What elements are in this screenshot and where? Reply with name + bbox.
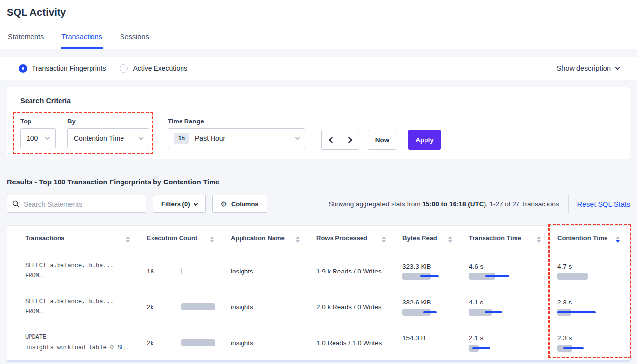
- execution-count-cell: 2k: [140, 303, 224, 311]
- page-title: SQL Activity: [7, 7, 637, 18]
- time-range-select[interactable]: 1h Past Hour: [168, 128, 305, 148]
- show-description-label: Show description: [557, 64, 611, 72]
- rows-processed-cell: 1.9 k Reads / 0 Writes: [309, 268, 395, 275]
- execution-count-cell: 2k: [140, 339, 224, 347]
- apply-button[interactable]: Apply: [408, 130, 441, 150]
- search-input[interactable]: [24, 200, 141, 208]
- search-box[interactable]: [7, 195, 146, 213]
- sort-icon[interactable]: [448, 236, 452, 243]
- transaction-time-cell: 2.1 s: [462, 334, 550, 352]
- radio-unselected-icon: [120, 64, 128, 73]
- contention-time-stddev-line: [563, 347, 584, 349]
- top-value: 100: [27, 134, 38, 142]
- radio-label: Active Executions: [133, 64, 187, 72]
- time-prev-button[interactable]: [321, 130, 340, 150]
- header-execution-count: Execution Count: [140, 234, 224, 244]
- top-label: Top: [20, 118, 56, 125]
- execution-count-bar: [181, 303, 215, 310]
- filters-label: Filters (0): [161, 200, 190, 208]
- bytes-read-cell: 323.3 KiB: [395, 263, 462, 280]
- transaction-time-stddev-line: [472, 347, 490, 349]
- execution-count-bar: [181, 268, 182, 274]
- show-description-toggle[interactable]: Show description: [557, 64, 619, 72]
- sort-icon[interactable]: [296, 236, 300, 243]
- time-range-group: Time Range 1h Past Hour: [168, 118, 305, 150]
- sql-activity-page: SQL Activity Statements Transactions Ses…: [0, 0, 637, 364]
- results-toolbar: Filters (0) ⚙ Columns Showing aggregated…: [7, 195, 630, 213]
- radio-transaction-fingerprints[interactable]: Transaction Fingerprints: [19, 64, 106, 73]
- time-range-badge: 1h: [174, 133, 189, 144]
- contention-time-cell: 2.3 s: [550, 299, 630, 316]
- time-nav-group: [321, 130, 359, 150]
- tab-transactions[interactable]: Transactions: [61, 33, 103, 49]
- radio-active-executions[interactable]: Active Executions: [120, 64, 187, 73]
- reset-sql-stats-link[interactable]: Reset SQL Stats: [577, 200, 630, 208]
- tab-sessions[interactable]: Sessions: [119, 33, 150, 49]
- tab-bar: Statements Transactions Sessions: [7, 33, 150, 49]
- columns-button[interactable]: ⚙ Columns: [212, 195, 267, 213]
- contention-time-cell: 4.7 s: [550, 263, 630, 280]
- transaction-time-cell: 4.1 s: [462, 299, 550, 316]
- vertical-divider: [568, 195, 569, 213]
- execution-count-cell: 18: [140, 268, 224, 275]
- transaction-fingerprint-link[interactable]: SELECT a.balance, b.ba... FROM…: [7, 297, 140, 317]
- page-header: SQL Activity Statements Transactions Ses…: [0, 0, 637, 49]
- bytes-read-cell: 154.3 B: [395, 334, 462, 352]
- chevron-down-icon: [295, 135, 300, 140]
- stats-summary: Showing aggregated stats from 15:00 to 1…: [329, 200, 559, 208]
- time-range-label: Time Range: [168, 118, 305, 125]
- header-contention-time: Contention Time: [550, 234, 630, 244]
- sort-icon[interactable]: [210, 236, 214, 243]
- stats-time-range: 15:00 to 16:18 (UTC): [422, 200, 486, 208]
- time-range-value: Past Hour: [195, 134, 225, 142]
- sort-icon-active-desc[interactable]: [616, 236, 620, 243]
- by-select[interactable]: Contention Time: [67, 128, 149, 148]
- chevron-down-icon: [193, 201, 197, 205]
- filters-button[interactable]: Filters (0): [153, 195, 206, 213]
- sort-icon[interactable]: [537, 236, 541, 243]
- header-application-name: Application Name: [224, 234, 309, 244]
- transaction-time-stddev-line: [485, 311, 502, 313]
- rows-processed-cell: 2.0 k Reads / 0 Writes: [309, 303, 395, 311]
- radio-label: Transaction Fingerprints: [32, 64, 106, 72]
- by-value: Contention Time: [74, 134, 124, 142]
- top-select[interactable]: 100: [20, 128, 56, 148]
- now-button[interactable]: Now: [368, 130, 396, 150]
- chevron-right-icon: [346, 137, 352, 143]
- rows-processed-cell: 1.0 Reads / 1.0 Writes: [309, 339, 395, 347]
- search-criteria-heading: Search Criteria: [7, 87, 630, 105]
- by-label: By: [67, 118, 149, 125]
- view-toggle-band: Transaction Fingerprints Active Executio…: [0, 57, 637, 80]
- table-bottom-strip: [7, 360, 630, 362]
- application-name-cell: insights: [224, 339, 309, 347]
- header-transactions: Transactions: [7, 234, 140, 244]
- search-criteria-fields: Top 100 By Contention Time Time Range 1h…: [20, 118, 441, 150]
- contention-time-bar: [557, 273, 588, 280]
- transaction-fingerprint-link[interactable]: UPDATE insights_workload_table_0 SE…: [7, 333, 140, 353]
- chevron-down-icon: [45, 135, 50, 140]
- search-icon: [12, 200, 20, 208]
- header-bytes-read: Bytes Read: [395, 234, 462, 244]
- transaction-fingerprint-link[interactable]: SELECT a.balance, b.ba... FROM…: [7, 261, 140, 281]
- transaction-time-cell: 4.6 s: [462, 263, 550, 280]
- execution-count-bar: [181, 339, 215, 346]
- time-next-button[interactable]: [340, 130, 359, 150]
- header-transaction-time: Transaction Time: [462, 234, 550, 244]
- transactions-table: Transactions Execution Count Application…: [7, 225, 630, 362]
- gear-icon: ⚙: [221, 200, 227, 209]
- chevron-left-icon: [329, 137, 335, 143]
- application-name-cell: insights: [224, 303, 309, 311]
- contention-time-stddev-line: [557, 311, 596, 313]
- table-header-row: Transactions Execution Count Application…: [7, 226, 630, 253]
- by-field-group: By Contention Time: [67, 118, 149, 150]
- sort-icon[interactable]: [382, 236, 386, 243]
- top-field-group: Top 100: [20, 118, 56, 150]
- tab-statements[interactable]: Statements: [7, 33, 45, 49]
- contention-time-cell: 2.3 s: [550, 334, 630, 352]
- columns-label: Columns: [231, 200, 259, 208]
- table-row: UPDATE insights_workload_table_0 SE… 2k …: [7, 325, 630, 361]
- table-row: SELECT a.balance, b.ba... FROM… 2k insig…: [7, 289, 630, 325]
- results-heading: Results - Top 100 Transaction Fingerprin…: [7, 178, 630, 186]
- sort-icon[interactable]: [126, 236, 130, 243]
- application-name-cell: insights: [224, 268, 309, 275]
